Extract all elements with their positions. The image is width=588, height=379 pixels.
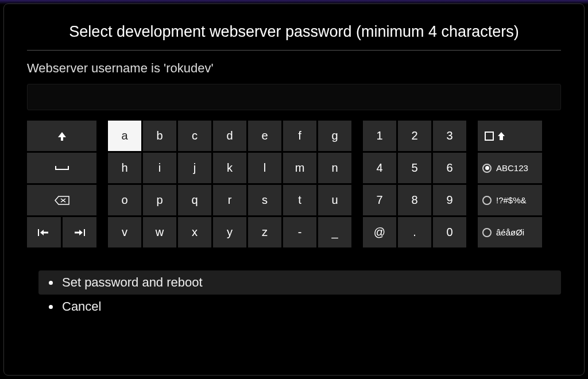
space-icon — [55, 165, 69, 172]
number-key-8[interactable]: 8 — [398, 185, 431, 215]
option-label: Set password and reboot — [62, 275, 203, 290]
key-label: - — [298, 226, 302, 239]
key-label: i — [158, 161, 161, 175]
letter-key-v[interactable]: v — [108, 217, 141, 247]
key-group-modes: ABC123!?#$%&âéåøØi — [478, 121, 542, 247]
key-label: a — [121, 129, 127, 142]
letter-key-f[interactable]: f — [283, 121, 316, 151]
backspace-icon — [54, 195, 70, 206]
option-item-1[interactable]: Cancel — [38, 295, 561, 319]
number-key-at[interactable]: @ — [363, 217, 396, 247]
key-label: v — [122, 226, 127, 239]
letter-key-b[interactable]: b — [143, 121, 176, 151]
key-label: 6 — [446, 161, 452, 175]
letter-key-j[interactable]: j — [178, 153, 211, 183]
key-label: 5 — [411, 161, 417, 175]
key-label: c — [192, 129, 198, 142]
letter-key-d[interactable]: d — [213, 121, 246, 151]
mode-label: !?#$%& — [496, 195, 527, 205]
key-label: 7 — [376, 194, 382, 207]
key-label: y — [227, 226, 233, 239]
arrow-up-icon — [56, 130, 68, 142]
key-label: 0 — [446, 226, 452, 239]
key-label: e — [261, 129, 268, 142]
number-key-9[interactable]: 9 — [433, 185, 466, 215]
key-label: t — [298, 194, 301, 207]
key-label: k — [227, 161, 233, 175]
svg-rect-2 — [75, 231, 79, 233]
option-item-0[interactable]: Set password and reboot — [38, 270, 561, 295]
subtitle: Webserver username is 'rokudev' — [27, 61, 561, 76]
mode-key-caps[interactable] — [478, 121, 542, 151]
mode-label: ABC123 — [496, 163, 528, 173]
cursor-right-key[interactable] — [63, 217, 96, 247]
number-key-4[interactable]: 4 — [363, 153, 396, 183]
letter-key-p[interactable]: p — [143, 185, 176, 215]
number-key-5[interactable]: 5 — [398, 153, 431, 183]
key-label: m — [295, 161, 305, 175]
svg-rect-0 — [44, 231, 48, 233]
letter-key-x[interactable]: x — [178, 217, 211, 247]
number-key-7[interactable]: 7 — [363, 185, 396, 215]
letter-key-w[interactable]: w — [143, 217, 176, 247]
password-input[interactable] — [27, 84, 561, 110]
key-label: . — [413, 226, 416, 239]
bullet-icon — [49, 305, 53, 309]
arrow-up-solid-icon — [497, 132, 505, 141]
letter-key--[interactable]: - — [283, 217, 316, 247]
key-label: @ — [374, 226, 385, 239]
key-label: r — [228, 194, 232, 207]
number-key-6[interactable]: 6 — [433, 153, 466, 183]
letter-key-u[interactable]: u — [318, 185, 351, 215]
key-label: w — [156, 226, 164, 239]
letter-key-m[interactable]: m — [283, 153, 316, 183]
letter-key-z[interactable]: z — [248, 217, 281, 247]
onscreen-keyboard: abcdefghijklmnopqrstuvwxyz-_ 123456789@.… — [27, 121, 561, 247]
divider — [27, 50, 561, 51]
key-label: b — [156, 129, 163, 142]
backspace-key[interactable] — [27, 185, 96, 215]
number-key-0[interactable]: 0 — [433, 217, 466, 247]
space-key[interactable] — [27, 153, 96, 183]
letter-key-e[interactable]: e — [248, 121, 281, 151]
key-label: x — [192, 226, 198, 239]
key-group-numbers: 123456789@.0 — [363, 121, 466, 247]
cursor-left-key[interactable] — [27, 217, 61, 247]
letter-key-q[interactable]: q — [178, 185, 211, 215]
key-label: p — [156, 194, 163, 207]
key-label: 8 — [411, 194, 417, 207]
letter-key-o[interactable]: o — [108, 185, 141, 215]
key-label: 1 — [376, 129, 382, 142]
letter-key-g[interactable]: g — [318, 121, 351, 151]
letter-key-_[interactable]: _ — [318, 217, 351, 247]
svg-rect-1 — [38, 229, 39, 236]
mode-key-3[interactable]: âéåøØi — [478, 217, 542, 247]
mode-key-2[interactable]: !?#$%& — [478, 185, 542, 215]
letter-key-y[interactable]: y — [213, 217, 246, 247]
number-key-2[interactable]: 2 — [398, 121, 431, 151]
key-label: j — [194, 161, 196, 175]
letter-key-a[interactable]: a — [108, 121, 141, 151]
number-key-1[interactable]: 1 — [363, 121, 396, 151]
letter-key-s[interactable]: s — [248, 185, 281, 215]
letter-key-l[interactable]: l — [248, 153, 281, 183]
options-list: Set password and rebootCancel — [27, 270, 561, 319]
number-key-dot[interactable]: . — [398, 217, 431, 247]
mode-key-1[interactable]: ABC123 — [478, 153, 542, 183]
key-label: d — [226, 129, 233, 142]
shift-key[interactable] — [27, 121, 96, 151]
letter-key-r[interactable]: r — [213, 185, 246, 215]
letter-key-k[interactable]: k — [213, 153, 246, 183]
key-group-letters: abcdefghijklmnopqrstuvwxyz-_ — [108, 121, 351, 247]
key-label: s — [262, 194, 268, 207]
letter-key-c[interactable]: c — [178, 121, 211, 151]
letter-key-t[interactable]: t — [283, 185, 316, 215]
svg-rect-3 — [84, 229, 85, 236]
key-group-controls — [27, 121, 96, 247]
square-icon — [485, 132, 494, 141]
letter-key-i[interactable]: i — [143, 153, 176, 183]
letter-key-h[interactable]: h — [108, 153, 141, 183]
number-key-3[interactable]: 3 — [433, 121, 466, 151]
key-label: l — [264, 161, 266, 175]
letter-key-n[interactable]: n — [318, 153, 351, 183]
